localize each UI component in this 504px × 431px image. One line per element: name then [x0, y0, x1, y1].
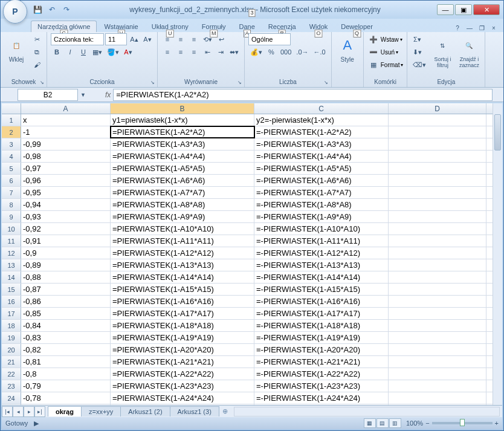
cell[interactable]: y1=pierwiastek(1-x*x): [111, 114, 254, 126]
cell[interactable]: =PIERWIASTEK(1-A23*A23): [111, 380, 254, 392]
grow-font-button[interactable]: A▴: [128, 33, 140, 45]
cell[interactable]: =-PIERWIASTEK(1-A11*A11): [254, 235, 389, 247]
maximize-button[interactable]: ▣: [455, 4, 472, 15]
cell[interactable]: -0,95: [21, 187, 111, 198]
cell[interactable]: -0,89: [21, 259, 111, 271]
cell[interactable]: [389, 163, 486, 174]
cell[interactable]: -0,92: [21, 223, 111, 235]
row-header[interactable]: 24: [2, 392, 21, 404]
cell[interactable]: =PIERWIASTEK(1-A4*A4): [111, 151, 254, 162]
cell[interactable]: =-PIERWIASTEK(1-A21*A21): [254, 356, 389, 368]
increase-decimal-button[interactable]: .0→: [294, 46, 310, 58]
cell[interactable]: -0,84: [21, 320, 111, 331]
delete-cells-button[interactable]: ➖: [367, 46, 380, 58]
ribbon-tab[interactable]: RecenzjaR: [262, 21, 302, 32]
cell[interactable]: =-PIERWIASTEK(1-A12*A12): [254, 247, 389, 259]
cell[interactable]: =PIERWIASTEK(1-A10*A10): [111, 223, 254, 235]
cell[interactable]: =-PIERWIASTEK(1-A24*A24): [254, 392, 389, 404]
cell[interactable]: =PIERWIASTEK(1-A2*A2): [111, 126, 254, 138]
cell[interactable]: =PIERWIASTEK(1-A21*A21): [111, 356, 254, 368]
decrease-indent-button[interactable]: ⇤: [201, 46, 213, 58]
new-sheet-button[interactable]: ⊕: [219, 407, 231, 415]
cell[interactable]: =PIERWIASTEK(1-A16*A16): [111, 296, 254, 307]
cell[interactable]: -0,99: [21, 138, 111, 150]
cell[interactable]: =-PIERWIASTEK(1-A4*A4): [254, 151, 389, 162]
cell[interactable]: [389, 356, 486, 368]
ribbon-tab[interactable]: WstawianieV: [98, 21, 144, 32]
zoom-level[interactable]: 100%: [406, 420, 423, 427]
page-layout-view-button[interactable]: ▤: [376, 418, 389, 428]
cell[interactable]: =-PIERWIASTEK(1-A15*A15): [254, 284, 389, 295]
row-header[interactable]: 15: [2, 284, 21, 295]
cell[interactable]: =-PIERWIASTEK(1-A16*A16): [254, 296, 389, 307]
zoom-in-button[interactable]: +: [495, 420, 499, 427]
cell[interactable]: [389, 223, 486, 235]
ribbon-tab[interactable]: FormułyM: [196, 21, 232, 32]
cell[interactable]: -0,86: [21, 296, 111, 307]
cell[interactable]: [389, 126, 486, 138]
vertical-scrollbar[interactable]: [493, 103, 502, 405]
row-header[interactable]: 19: [2, 332, 21, 343]
font-color-button[interactable]: A▾: [122, 46, 134, 58]
cell[interactable]: -0,79: [21, 380, 111, 392]
cell[interactable]: [389, 271, 486, 283]
row-header[interactable]: 10: [2, 223, 21, 235]
ribbon-tab[interactable]: WidokO: [303, 21, 334, 32]
cell[interactable]: =PIERWIASTEK(1-A17*A17): [111, 308, 254, 319]
merge-button[interactable]: ⬌▾: [228, 46, 241, 58]
insert-cells-button[interactable]: ➕: [367, 33, 380, 45]
cell[interactable]: =PIERWIASTEK(1-A3*A3): [111, 138, 254, 150]
align-right-button[interactable]: ≡: [188, 46, 200, 58]
cell[interactable]: -0,83: [21, 332, 111, 343]
col-header-b[interactable]: B: [111, 103, 254, 114]
font-size-combo[interactable]: 11: [105, 33, 127, 45]
cell[interactable]: [389, 344, 486, 355]
cell[interactable]: -0,91: [21, 235, 111, 247]
cell[interactable]: =-PIERWIASTEK(1-A17*A17): [254, 308, 389, 319]
zoom-knob[interactable]: [460, 419, 465, 426]
sheet-last-button[interactable]: ▸|: [34, 406, 45, 417]
qat-save-icon[interactable]: 💾1: [31, 3, 44, 16]
increase-indent-button[interactable]: ⇥: [215, 46, 227, 58]
qat-redo-icon[interactable]: ↷3: [60, 3, 73, 16]
doc-restore-button[interactable]: ❐: [477, 24, 486, 32]
shrink-font-button[interactable]: A▾: [141, 33, 153, 45]
sheet-first-button[interactable]: |◂: [2, 406, 13, 417]
doc-minimize-button[interactable]: —: [465, 24, 474, 32]
cell[interactable]: =-PIERWIASTEK(1-A23*A23): [254, 380, 389, 392]
underline-button[interactable]: U: [77, 46, 89, 58]
fill-button[interactable]: ⬇▾: [411, 46, 424, 58]
cell[interactable]: =-PIERWIASTEK(1-A8*A8): [254, 199, 389, 210]
cell[interactable]: =PIERWIASTEK(1-A12*A12): [111, 247, 254, 259]
cell[interactable]: -0,85: [21, 308, 111, 319]
formula-input[interactable]: =PIERWIASTEK(1-A2*A2): [113, 89, 493, 101]
cell[interactable]: =-PIERWIASTEK(1-A6*A6): [254, 175, 389, 186]
row-header[interactable]: 1: [2, 114, 21, 126]
zoom-slider[interactable]: [432, 422, 493, 424]
normal-view-button[interactable]: ▦: [364, 418, 376, 428]
clear-button[interactable]: ⌫▾: [411, 59, 428, 71]
align-top-button[interactable]: ≡: [161, 33, 173, 45]
cell[interactable]: =-PIERWIASTEK(1-A2*A2): [254, 126, 389, 138]
format-painter-button[interactable]: 🖌: [31, 59, 43, 71]
border-button[interactable]: ▦▾: [91, 46, 104, 58]
scroll-thumb[interactable]: [494, 114, 501, 151]
row-header[interactable]: 8: [2, 199, 21, 210]
percent-button[interactable]: %: [265, 46, 277, 58]
cell[interactable]: [389, 380, 486, 392]
cell[interactable]: [389, 284, 486, 295]
row-header[interactable]: 18: [2, 320, 21, 331]
name-box-dropdown[interactable]: ▼: [78, 92, 88, 98]
doc-close-button[interactable]: ×: [489, 24, 499, 32]
row-header[interactable]: 14: [2, 271, 21, 283]
number-format-combo[interactable]: Ogólne: [248, 33, 291, 45]
cut-button[interactable]: ✂: [31, 33, 43, 45]
select-all-corner[interactable]: [2, 103, 21, 114]
sheet-tab[interactable]: Arkusz1 (3): [170, 406, 219, 416]
fill-color-button[interactable]: 🪣▾: [105, 46, 121, 58]
row-header[interactable]: 6: [2, 175, 21, 186]
font-name-combo[interactable]: Czcionka tek:: [51, 33, 104, 45]
accounting-button[interactable]: 💰▾: [248, 46, 264, 58]
sheet-next-button[interactable]: ▸: [24, 406, 34, 417]
cell[interactable]: [389, 114, 486, 126]
